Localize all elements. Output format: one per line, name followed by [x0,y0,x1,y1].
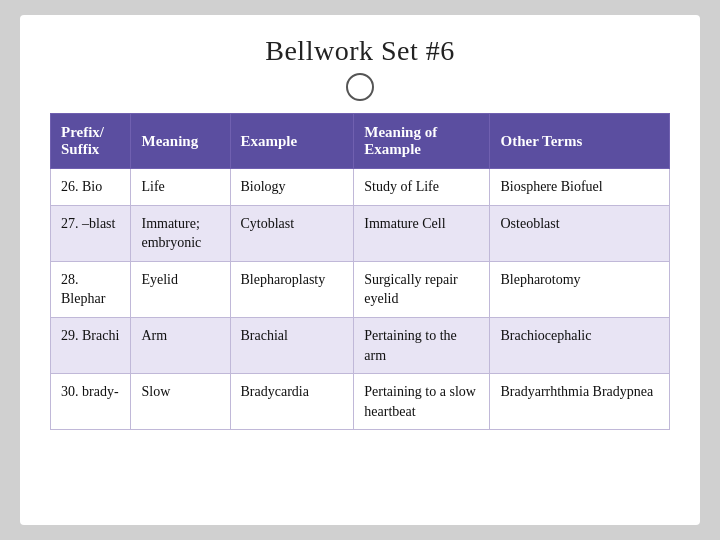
cell-prefix: 26. Bio [51,169,131,206]
cell-other-terms: Brachiocephalic [490,317,670,373]
cell-prefix: 28. Blephar [51,261,131,317]
table-wrapper: Prefix/ Suffix Meaning Example Meaning o… [50,113,670,505]
cell-example: Blepharoplasty [230,261,354,317]
header-meaning: Meaning [131,114,230,169]
header-meaning-example: Meaning of Example [354,114,490,169]
slide-container: Bellwork Set #6 Prefix/ Suffix Meaning E… [20,15,700,525]
cell-prefix: 30. brady- [51,374,131,430]
title-area: Bellwork Set #6 [50,35,670,101]
cell-other-terms: Bradyarrhthmia Bradypnea [490,374,670,430]
cell-meaning-example: Pertaining to the arm [354,317,490,373]
cell-example: Biology [230,169,354,206]
table-row: 28. BlepharEyelidBlepharoplastySurgicall… [51,261,670,317]
cell-other-terms: Blepharotomy [490,261,670,317]
cell-meaning-example: Pertaining to a slow heartbeat [354,374,490,430]
table-row: 29. BrachiArmBrachialPertaining to the a… [51,317,670,373]
cell-example: Bradycardia [230,374,354,430]
header-example: Example [230,114,354,169]
header-prefix: Prefix/ Suffix [51,114,131,169]
slide-title: Bellwork Set #6 [265,35,455,67]
header-other-terms: Other Terms [490,114,670,169]
cell-example: Brachial [230,317,354,373]
title-divider [346,73,374,101]
table-row: 27. –blastImmature; embryonicCytoblastIm… [51,205,670,261]
table-row: 30. brady-SlowBradycardiaPertaining to a… [51,374,670,430]
cell-other-terms: Osteoblast [490,205,670,261]
cell-example: Cytoblast [230,205,354,261]
cell-prefix: 29. Brachi [51,317,131,373]
cell-meaning: Slow [131,374,230,430]
cell-other-terms: Biosphere Biofuel [490,169,670,206]
table-header-row: Prefix/ Suffix Meaning Example Meaning o… [51,114,670,169]
cell-meaning-example: Surgically repair eyelid [354,261,490,317]
cell-meaning: Arm [131,317,230,373]
cell-prefix: 27. –blast [51,205,131,261]
cell-meaning-example: Immature Cell [354,205,490,261]
main-table: Prefix/ Suffix Meaning Example Meaning o… [50,113,670,430]
cell-meaning: Life [131,169,230,206]
cell-meaning: Immature; embryonic [131,205,230,261]
table-row: 26. BioLifeBiologyStudy of LifeBiosphere… [51,169,670,206]
cell-meaning-example: Study of Life [354,169,490,206]
cell-meaning: Eyelid [131,261,230,317]
